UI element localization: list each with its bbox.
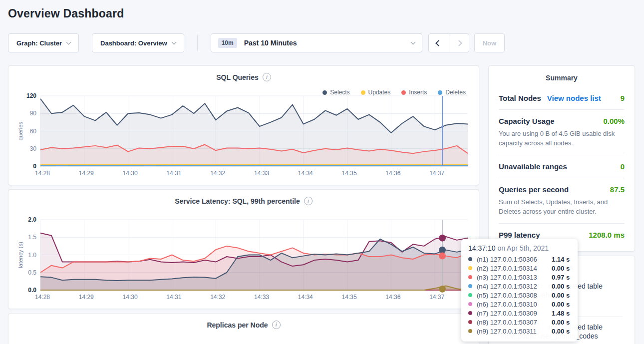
dashboard-toolbar: Graph: Cluster Dashboard: Overview 10m P… (8, 33, 636, 52)
svg-text:14:35: 14:35 (342, 170, 357, 177)
now-button[interactable]: Now (474, 33, 505, 52)
page-title: Overview Dashboard (8, 7, 636, 20)
chart-title: SQL Queries (216, 73, 259, 81)
svg-text:0.0: 0.0 (28, 287, 36, 294)
node-latency-value: 0.00 s (552, 292, 570, 299)
svg-text:14:37: 14:37 (429, 294, 444, 301)
node-latency-value: 1.14 s (552, 256, 570, 263)
svg-text:1.5: 1.5 (28, 234, 36, 241)
node-latency-value: 0.00 s (552, 328, 570, 335)
node-address: (n5) 127.0.0.1:50308 (477, 292, 552, 299)
svg-text:30: 30 (30, 145, 37, 152)
svg-text:14:33: 14:33 (254, 170, 269, 177)
unavailable-ranges-row: Unavailable ranges 0 (499, 155, 625, 178)
capacity-usage-value: 0.00% (603, 117, 625, 125)
time-back-button[interactable] (429, 34, 449, 52)
total-nodes-value: 9 (621, 94, 625, 102)
svg-text:0: 0 (33, 163, 36, 170)
node-address: (n6) 127.0.0.1:50310 (477, 301, 552, 308)
node-latency-value: 0.00 s (552, 283, 570, 290)
node-address: (n1) 127.0.0.1:50306 (477, 256, 552, 263)
svg-text:14:30: 14:30 (123, 294, 138, 301)
chart-title: Replicas per Node (207, 321, 268, 329)
toolbar-divider (197, 35, 198, 51)
node-address: (n7) 127.0.0.1:50309 (477, 310, 552, 317)
service-latency-chart[interactable]: 0.00.51.01.52.014:2814:2914:3014:3114:32… (16, 214, 472, 304)
series-color-dot (468, 302, 472, 306)
tooltip-timestamp: 14:37:10 on Apr 5th, 2021 (468, 244, 571, 252)
overview-dashboard-page: Overview Dashboard Graph: Cluster Dashbo… (0, 0, 644, 344)
svg-text:14:34: 14:34 (298, 294, 313, 301)
node-latency-value: 0.00 s (552, 319, 570, 326)
series-color-dot (468, 329, 472, 333)
capacity-usage-row: Capacity Usage 0.00% You are using 0 B o… (499, 109, 625, 155)
svg-text:14:29: 14:29 (79, 294, 94, 301)
series-color-dot (468, 293, 472, 297)
tooltip-node-row: (n8) 127.0.0.1:503070.00 s (468, 318, 571, 327)
tooltip-node-row: (n9) 127.0.0.1:503110.00 s (468, 327, 571, 336)
view-nodes-list-link[interactable]: View nodes list (547, 94, 601, 102)
chevron-left-icon (435, 40, 442, 46)
time-range-label: Past 10 Minutes (244, 39, 411, 47)
info-icon[interactable]: i (304, 197, 313, 205)
sql-queries-chart[interactable]: 030609012014:2814:2914:3014:3114:3214:33… (16, 90, 472, 180)
tooltip-rows: (n1) 127.0.0.1:503061.14 s(n2) 127.0.0.1… (468, 255, 571, 336)
dashboard-dropdown[interactable]: Dashboard: Overview (92, 33, 184, 52)
chevron-right-icon (456, 40, 462, 46)
svg-text:60: 60 (30, 128, 37, 135)
node-address: (n3) 127.0.0.1:50313 (477, 274, 552, 281)
node-address: (n8) 127.0.0.1:50307 (477, 319, 552, 326)
chevron-down-icon (410, 39, 415, 44)
tooltip-node-row: (n2) 127.0.0.1:503140.00 s (468, 264, 571, 273)
unavailable-ranges-value: 0 (621, 162, 625, 171)
svg-text:14:29: 14:29 (79, 170, 94, 177)
svg-text:14:31: 14:31 (166, 170, 181, 177)
total-nodes-label: Total Nodes (499, 94, 541, 102)
qps-value: 87.5 (610, 185, 625, 194)
p99-latency-label: P99 latency (499, 231, 540, 239)
series-color-dot (468, 284, 472, 288)
info-icon[interactable]: i (263, 73, 271, 81)
svg-text:14:35: 14:35 (342, 294, 357, 301)
tooltip-node-row: (n5) 127.0.0.1:503080.00 s (468, 291, 571, 300)
series-color-dot (468, 311, 472, 315)
info-icon[interactable]: i (272, 321, 281, 329)
charts-column: SQL Queries i SelectsUpdatesInsertsDelet… (8, 65, 479, 344)
node-address: (n4) 127.0.0.1:50312 (477, 283, 552, 290)
chart-hover-tooltip: 14:37:10 on Apr 5th, 2021 (n1) 127.0.0.1… (461, 239, 578, 342)
svg-text:14:31: 14:31 (166, 294, 181, 301)
node-latency-value: 1.48 s (552, 310, 570, 317)
capacity-usage-desc: You are using 0 B of 4.5 GiB usable disk… (499, 129, 625, 148)
svg-text:2.0: 2.0 (28, 216, 36, 223)
service-latency-chart-card: Service Latency: SQL, 99th percentile i … (8, 189, 479, 309)
time-range-badge: 10m (218, 38, 237, 48)
node-address: (n2) 127.0.0.1:50314 (477, 265, 552, 272)
sql-queries-chart-card: SQL Queries i SelectsUpdatesInsertsDelet… (8, 65, 479, 185)
tooltip-node-row: (n6) 127.0.0.1:503100.00 s (468, 300, 571, 309)
svg-text:1.0: 1.0 (28, 252, 36, 259)
node-latency-value: 0.97 s (552, 274, 570, 281)
svg-text:14:34: 14:34 (298, 170, 313, 177)
summary-title: Summary (499, 74, 625, 87)
svg-text:queries: queries (17, 121, 23, 140)
svg-text:14:36: 14:36 (385, 294, 400, 301)
svg-text:14:28: 14:28 (35, 170, 50, 177)
chevron-down-icon (171, 39, 176, 44)
node-latency-value: 0.00 s (552, 265, 570, 272)
chevron-down-icon (66, 39, 71, 44)
tooltip-node-row: (n3) 127.0.0.1:503130.97 s (468, 273, 571, 282)
svg-text:14:32: 14:32 (210, 294, 225, 301)
node-address: (n9) 127.0.0.1:50311 (477, 328, 552, 335)
replicas-per-node-chart-card: Replicas per Node i (8, 313, 479, 344)
p99-latency-value: 1208.0 ms (589, 231, 625, 239)
tooltip-node-row: (n1) 127.0.0.1:503061.14 s (468, 255, 571, 264)
graph-scope-dropdown[interactable]: Graph: Cluster (8, 33, 79, 52)
summary-panel: Summary Total Nodes View nodes list 9 Ca… (488, 65, 635, 252)
svg-text:90: 90 (30, 110, 37, 117)
graph-scope-label: Graph: Cluster (16, 39, 62, 47)
svg-text:120: 120 (26, 92, 36, 99)
svg-text:14:33: 14:33 (254, 294, 269, 301)
series-color-dot (468, 257, 472, 261)
time-forward-button[interactable] (449, 34, 469, 52)
time-range-dropdown[interactable]: 10m Past 10 Minutes (211, 33, 422, 52)
